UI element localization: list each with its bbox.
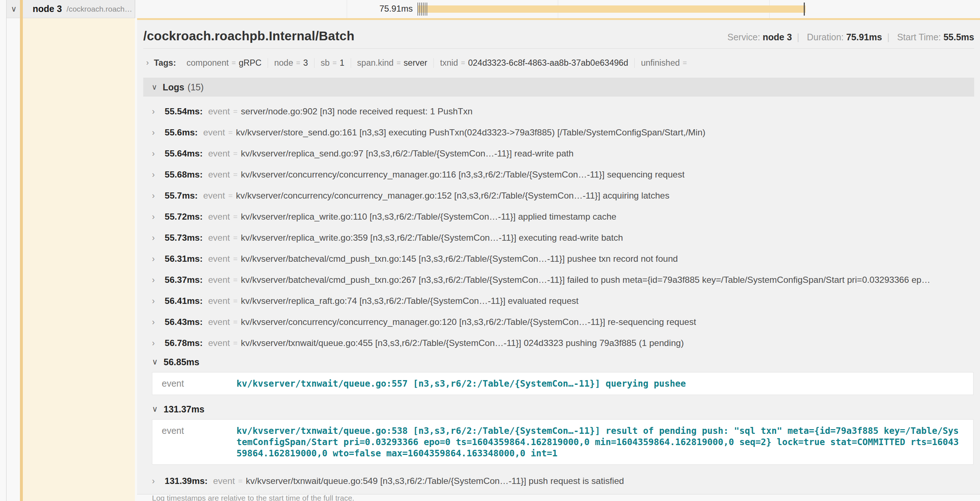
log-entry-row[interactable]: › 55.72ms: event = kv/kvserver/replica_w… (152, 206, 974, 227)
tag-item[interactable]: span.kind = server (351, 58, 434, 68)
log-entry-row[interactable]: › 55.6ms: event = kv/kvserver/store_send… (152, 122, 974, 143)
chevron-right-icon[interactable]: › (152, 296, 161, 306)
log-field-value: kv/kvserver/txnwait/queue.go:455 [n3,s3,… (241, 338, 684, 348)
log-entry-row[interactable]: › 56.43ms: event = kv/kvserver/concurren… (152, 311, 974, 333)
log-field-key: event (208, 233, 230, 243)
log-field-key: event (208, 317, 230, 327)
chevron-right-icon[interactable]: › (152, 212, 161, 222)
log-field-key: event (208, 212, 230, 222)
log-entry-row[interactable]: › 131.39ms: event = kv/kvserver/txnwait/… (152, 471, 974, 491)
log-field-value: kv/kvserver/batcheval/cmd_push_txn.go:26… (241, 275, 930, 285)
tag-value: gRPC (239, 58, 261, 68)
service-value: node 3 (763, 32, 792, 42)
chevron-right-icon[interactable]: › (152, 170, 161, 180)
chevron-right-icon[interactable]: › (152, 254, 161, 264)
log-entry-row[interactable]: ∨ 56.85ms (152, 354, 974, 370)
span-meta: Service: node 3| Duration: 75.91ms| Star… (727, 32, 974, 43)
log-entry-row[interactable]: › 55.54ms: event = server/node.go:902 [n… (152, 101, 974, 122)
log-field-value: kv/kvserver/concurrency/concurrency_mana… (236, 191, 669, 201)
chevron-down-icon[interactable]: ∨ (152, 404, 161, 414)
equals-sign: = (228, 128, 232, 137)
log-entry-row[interactable]: › 55.68ms: event = kv/kvserver/concurren… (152, 164, 974, 185)
log-timestamp: 55.6ms: (165, 128, 198, 137)
log-field-value: server/node.go:902 [n3] node received re… (241, 106, 473, 116)
equals-sign: = (238, 477, 242, 485)
chevron-right-icon[interactable]: › (152, 107, 161, 116)
span-row: ∨ node 3 /cockroach.roach… 75.91ms (0, 0, 980, 18)
tag-item[interactable]: node = 3 (268, 58, 314, 68)
chevron-down-icon[interactable]: ∨ (152, 83, 157, 91)
log-timestamp: 55.64ms: (165, 148, 203, 159)
span-detail-panel: /cockroach.roachpb.Internal/Batch Servic… (137, 18, 980, 495)
log-timestamp: 56.37ms: (165, 275, 203, 285)
divider: | (882, 32, 895, 42)
chevron-right-icon[interactable]: › (146, 58, 149, 67)
span-timeline[interactable]: 75.91ms (135, 0, 980, 18)
chevron-right-icon[interactable]: › (152, 476, 161, 486)
log-entry-row[interactable]: › 56.78ms: event = kv/kvserver/txnwait/q… (152, 333, 974, 354)
log-field-value: kv/kvserver/batcheval/cmd_push_txn.go:14… (241, 254, 678, 264)
span-service-name: node 3 (33, 4, 62, 14)
tag-key: sb (321, 58, 330, 68)
duration-label: Duration: (807, 32, 844, 42)
log-timestamp: 55.68ms: (165, 169, 203, 180)
log-timestamp: 131.39ms: (165, 476, 208, 486)
selected-span-row-highlight (23, 18, 135, 501)
tags-label: Tags: (154, 58, 176, 68)
log-field-value: kv/kvserver/concurrency/concurrency_mana… (241, 169, 684, 180)
log-fields-table: event kv/kvserver/txnwait/queue.go:557 [… (152, 372, 974, 395)
chevron-down-icon[interactable]: ∨ (152, 357, 161, 367)
header-divider (143, 48, 974, 49)
chevron-right-icon[interactable]: › (152, 275, 161, 285)
log-timestamp: 56.43ms: (165, 317, 203, 327)
equals-sign: = (233, 212, 237, 221)
log-entry-row[interactable]: › 55.73ms: event = kv/kvserver/replica_w… (152, 227, 974, 248)
equals-sign: = (233, 297, 237, 305)
span-duration-bar[interactable] (417, 5, 805, 13)
chevron-right-icon[interactable]: › (152, 338, 161, 348)
chevron-right-icon[interactable]: › (152, 191, 161, 201)
tag-key: component (186, 58, 229, 68)
log-entry-row[interactable]: › 55.64ms: event = kv/kvserver/replica_s… (152, 143, 974, 164)
equals-sign: = (332, 59, 337, 67)
logs-section-header[interactable]: ∨ Logs (15) (143, 78, 974, 97)
log-entry-row[interactable]: › 55.7ms: event = kv/kvserver/concurrenc… (152, 185, 974, 206)
log-entry-row[interactable]: ∨ 131.37ms (152, 401, 974, 418)
service-label: Service: (727, 32, 760, 42)
log-field-key: event (203, 191, 225, 201)
log-field-key: event (203, 128, 225, 137)
logs-count: (15) (188, 82, 204, 93)
divider: | (792, 32, 805, 42)
log-entry-row[interactable]: › 56.37ms: event = kv/kvserver/batcheval… (152, 270, 974, 290)
chevron-right-icon[interactable]: › (152, 149, 161, 159)
log-list: › 55.54ms: event = server/node.go:902 [n… (143, 101, 974, 491)
equals-sign: = (461, 59, 465, 67)
log-field-key: event (208, 296, 230, 306)
log-marker-tick (417, 3, 418, 16)
span-duration-label: 75.91ms (337, 4, 413, 14)
chevron-right-icon[interactable]: › (152, 233, 161, 243)
equals-sign: = (396, 59, 401, 67)
equals-sign: = (233, 107, 237, 116)
log-field-key: event (208, 275, 230, 285)
chevron-right-icon[interactable]: › (152, 128, 161, 137)
log-field-value: kv/kvserver/replica_send.go:97 [n3,s3,r6… (241, 148, 573, 159)
log-entry-row[interactable]: › 56.31ms: event = kv/kvserver/batcheval… (152, 248, 974, 270)
log-field-key: event (162, 378, 237, 389)
tag-item[interactable]: unfinished = (634, 58, 696, 68)
span-name-cell[interactable]: ∨ node 3 /cockroach.roach… (6, 0, 135, 18)
log-field-value: kv/kvserver/concurrency/concurrency_mana… (241, 317, 696, 327)
log-marker-tick (804, 3, 805, 16)
tag-item[interactable]: component = gRPC (180, 58, 268, 68)
span-tree-indent-guide (6, 0, 6, 501)
log-field-row: event kv/kvserver/txnwait/queue.go:538 [… (162, 425, 969, 459)
equals-sign: = (233, 318, 237, 326)
tags-section[interactable]: › Tags: component = gRPC node = 3 sb = 1… (143, 55, 974, 70)
tag-item[interactable]: txnid = 024d3323-6c8f-4863-aa8b-37ab0e63… (433, 58, 634, 68)
equals-sign: = (296, 59, 300, 67)
tag-item[interactable]: sb = 1 (314, 58, 351, 68)
log-entry-row[interactable]: › 56.41ms: event = kv/kvserver/replica_r… (152, 290, 974, 311)
chevron-right-icon[interactable]: › (152, 317, 161, 327)
start-time-label: Start Time: (897, 32, 941, 42)
tag-value: 3 (303, 58, 308, 68)
